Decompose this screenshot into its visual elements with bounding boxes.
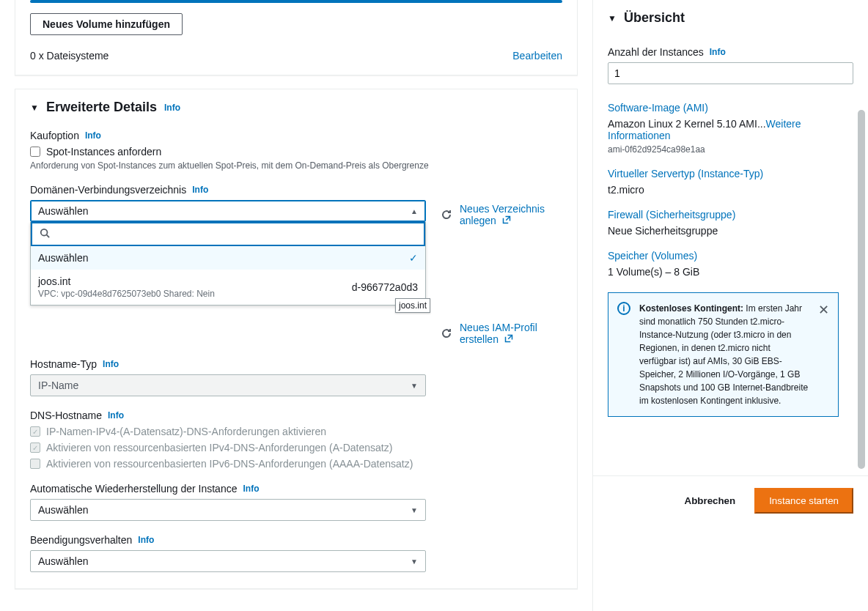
hostname-type-label: Hostname-Typ xyxy=(30,358,97,370)
refresh-directory-button[interactable] xyxy=(441,209,452,221)
caret-down-icon: ▼ xyxy=(30,103,39,113)
purchase-option-label: Kaufoption xyxy=(30,130,79,141)
caret-up-icon: ▲ xyxy=(411,207,418,215)
dns-hostname-label: DNS-Hostname xyxy=(30,410,102,421)
firewall-value: Neue Sicherheitsgruppe xyxy=(608,225,839,237)
directory-option-sub: VPC: vpc-09d4e8d7625073eb0 Shared: Nein xyxy=(38,289,215,299)
termination-select[interactable]: Auswählen ▼ xyxy=(30,550,426,572)
external-link-icon xyxy=(504,333,513,345)
directory-dropdown: Auswählen ✓ joos.int VPC: vpc-09d4e8d762… xyxy=(30,222,426,306)
free-tier-bold: Kostenloses Kontingent: xyxy=(639,303,743,314)
directory-option-id: d-966772a0d3 xyxy=(352,281,418,293)
directory-search-input[interactable] xyxy=(56,229,416,240)
add-volume-button[interactable]: Neues Volume hinzufügen xyxy=(30,13,183,35)
directory-option-joos[interactable]: joos.int VPC: vpc-09d4e8d7625073eb0 Shar… xyxy=(31,270,425,305)
advanced-details-title: Erweiterte Details xyxy=(46,100,157,115)
spot-instances-checkbox[interactable] xyxy=(30,147,40,157)
info-link[interactable]: Info xyxy=(85,130,101,141)
edit-filesystems-link[interactable]: Bearbeiten xyxy=(512,50,562,62)
directory-option-label: Auswählen xyxy=(38,252,89,264)
auto-recovery-select[interactable]: Auswählen ▼ xyxy=(30,499,426,521)
close-infobox-button[interactable]: ✕ xyxy=(818,302,829,407)
info-link[interactable]: Info xyxy=(192,185,208,195)
dns-resource-ipv6-label: Aktivieren von ressourcenbasierten IPv6-… xyxy=(46,458,413,470)
ami-id: ami-0f62d9254ca98e1aa xyxy=(608,144,839,155)
cancel-button[interactable]: Abbrechen xyxy=(672,488,749,514)
info-link[interactable]: Info xyxy=(710,47,726,57)
storage-link[interactable]: Speicher (Volumes) xyxy=(608,250,839,262)
info-link[interactable]: Info xyxy=(108,410,124,421)
firewall-link[interactable]: Firewall (Sicherheitsgruppe) xyxy=(608,209,839,221)
dns-ipv4-a-label: IP-Namen-IPv4-(A-Datensatz)-DNS-Anforder… xyxy=(46,426,326,437)
info-link[interactable]: Info xyxy=(103,359,119,369)
ami-desc: Amazon Linux 2 Kernel 5.10 AMI... xyxy=(608,118,766,130)
instance-type-value: t2.micro xyxy=(608,184,839,196)
ami-link[interactable]: Software-Image (AMI) xyxy=(608,102,839,114)
directory-select-value: Auswählen xyxy=(38,205,89,217)
directory-tooltip: joos.int xyxy=(395,298,430,313)
dns-ipv4-a-checkbox: ✓ xyxy=(30,426,40,437)
directory-label: Domänen-Verbindungsverzeichnis xyxy=(30,184,186,196)
new-iam-profile-link[interactable]: Neues IAM-Profil erstellen xyxy=(460,322,562,345)
instance-type-link[interactable]: Virtueller Servertyp (Instance-Typ) xyxy=(608,168,839,179)
instance-count-input[interactable] xyxy=(608,62,853,84)
caret-down-icon: ▼ xyxy=(411,382,418,390)
hostname-type-value: IP-Name xyxy=(38,379,78,391)
directory-option-placeholder[interactable]: Auswählen ✓ xyxy=(31,246,425,270)
summary-title: Übersicht xyxy=(624,10,685,26)
free-tier-text: Im ersten Jahr sind monatlich 750 Stunde… xyxy=(639,303,808,406)
dns-resource-ipv4-checkbox: ✓ xyxy=(30,442,40,453)
termination-label: Beendigungsverhalten xyxy=(30,534,132,546)
auto-recovery-value: Auswählen xyxy=(38,504,89,516)
summary-toggle[interactable]: ▼ Übersicht xyxy=(593,0,868,32)
info-icon: i xyxy=(617,302,630,315)
free-tier-infobox: i Kostenloses Kontingent: Im ersten Jahr… xyxy=(608,292,839,417)
spot-instances-label: Spot-Instances anfordern xyxy=(46,146,161,158)
svg-line-1 xyxy=(47,235,50,238)
caret-down-icon: ▼ xyxy=(411,506,418,514)
instance-count-label: Anzahl der Instances xyxy=(608,46,704,58)
info-link[interactable]: Info xyxy=(164,103,180,113)
caret-down-icon: ▼ xyxy=(608,13,617,23)
spot-helper-text: Anforderung von Spot-Instances zum aktue… xyxy=(30,160,562,171)
dns-resource-ipv6-checkbox xyxy=(30,459,40,469)
new-directory-link[interactable]: Neues Verzeichnis anlegen xyxy=(460,203,562,226)
caret-down-icon: ▼ xyxy=(411,558,418,566)
sidebar-scrollbar[interactable] xyxy=(856,110,867,475)
directory-select[interactable]: Auswählen ▲ xyxy=(30,200,426,222)
advanced-details-toggle[interactable]: ▼ Erweiterte Details Info xyxy=(15,89,577,125)
filesystems-count: 0 x Dateisysteme xyxy=(30,50,108,62)
dns-resource-ipv4-label: Aktivieren von ressourcenbasierten IPv4-… xyxy=(46,442,392,453)
external-link-icon xyxy=(502,215,511,226)
check-icon: ✓ xyxy=(409,252,418,264)
termination-value: Auswählen xyxy=(38,555,89,567)
search-icon xyxy=(40,228,50,240)
svg-point-0 xyxy=(41,229,48,236)
directory-option-name: joos.int xyxy=(38,275,215,287)
info-link[interactable]: Info xyxy=(138,535,154,545)
info-link[interactable]: Info xyxy=(243,484,259,494)
launch-instance-button[interactable]: Instance starten xyxy=(754,488,853,514)
auto-recovery-label: Automatische Wiederherstellung der Insta… xyxy=(30,483,237,495)
refresh-iam-button[interactable] xyxy=(441,327,452,339)
storage-value: 1 Volume(s) – 8 GiB xyxy=(608,266,839,278)
hostname-type-select: IP-Name ▼ xyxy=(30,374,426,396)
